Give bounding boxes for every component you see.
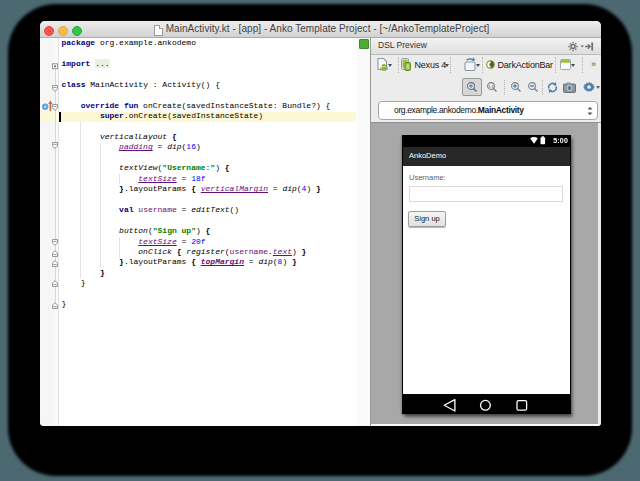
svg-text:1:1: 1:1 [488,84,494,89]
